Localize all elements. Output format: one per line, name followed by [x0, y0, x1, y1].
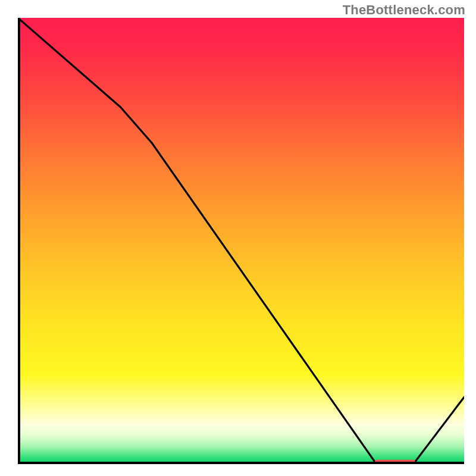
chart-background — [18, 18, 464, 464]
chart-stage: TheBottleneck.com — [0, 0, 476, 476]
chart-svg — [18, 18, 464, 464]
watermark-text: TheBottleneck.com — [343, 2, 465, 18]
chart-plot-area — [18, 18, 464, 464]
